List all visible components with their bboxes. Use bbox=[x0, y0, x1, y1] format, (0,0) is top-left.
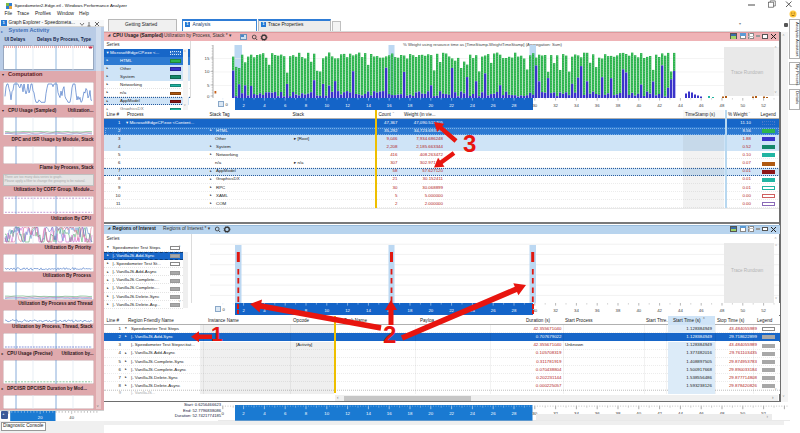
svg-text:3: 3 bbox=[463, 130, 476, 157]
svg-text:1: 1 bbox=[211, 322, 223, 345]
svg-text:2: 2 bbox=[383, 321, 396, 348]
